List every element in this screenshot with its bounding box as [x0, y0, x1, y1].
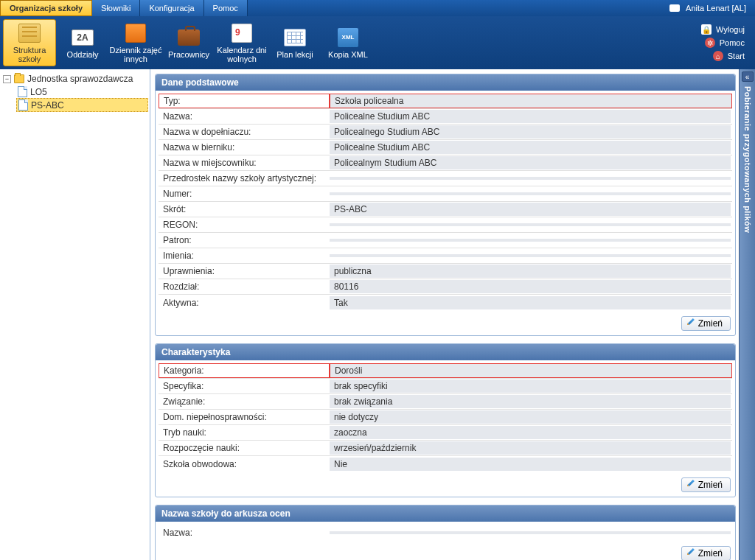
tree-node-lo5[interactable]: LO5: [16, 85, 148, 98]
tool-employees[interactable]: Pracownicy: [162, 19, 215, 66]
expand-handle-icon[interactable]: «: [742, 71, 754, 82]
menu-tab-help[interactable]: Pomoc: [204, 0, 248, 16]
tool-timetable[interactable]: Plan lekcji: [268, 19, 321, 66]
tool-calendar[interactable]: Kalendarz dni wolnych: [215, 19, 268, 66]
pencil-icon: [684, 547, 697, 560]
pencil-icon: [684, 318, 697, 330]
class-badge-icon: 2A: [70, 27, 95, 49]
calendar-icon: [229, 22, 254, 44]
folder-icon: [14, 74, 24, 83]
menu-tab-dictionaries[interactable]: Słowniki: [92, 0, 140, 16]
panel-char-header: Charakterystyka: [156, 344, 735, 360]
pencil-icon: [684, 479, 697, 491]
journal-icon: [123, 22, 148, 44]
edit-basic-button[interactable]: Zmień: [681, 316, 731, 331]
tree-panel: − Jednostka sprawozdawcza LO5 PS-ABC: [0, 69, 150, 560]
timetable-icon: [282, 27, 307, 49]
link-logout[interactable]: 🔒Wyloguj: [701, 24, 745, 35]
lifebuoy-icon: ✲: [705, 38, 715, 48]
tree-node-psabc[interactable]: PS-ABC: [16, 98, 148, 112]
tool-journal[interactable]: Dziennik zajęć innych: [109, 19, 162, 66]
panel-characteristics: Charakterystyka Kategoria:Dorośli Specyf…: [155, 343, 736, 497]
panel-basic-data: Dane podstawowe Typ:Szkoła policealna Na…: [155, 74, 736, 336]
tool-xml-copy[interactable]: XML Kopia XML: [321, 19, 375, 66]
menu-bar: Organizacja szkoły Słowniki Konfiguracja…: [0, 0, 755, 16]
side-panel-downloads[interactable]: « Pobieranie przygotowanych plików: [739, 69, 755, 560]
menu-tab-organization[interactable]: Organizacja szkoły: [0, 0, 92, 16]
building-icon: [17, 22, 42, 44]
user-name-label: Anita Lenart [AL]: [686, 4, 746, 13]
side-panel-label: Pobieranie przygotowanych plików: [743, 86, 752, 233]
row-type: Typ:Szkoła policealna: [159, 94, 732, 109]
link-start[interactable]: ⌂Start: [701, 51, 745, 61]
toolbar: Struktura szkoły 2A Oddziały Dziennik za…: [0, 16, 755, 69]
tree-root-label: Jednostka sprawozdawcza: [27, 74, 133, 84]
panel-sheet-name: Nazwa szkoły do arkusza ocen Nazwa: Zmie…: [155, 505, 736, 560]
edit-char-button[interactable]: Zmień: [681, 477, 731, 492]
document-icon: [18, 99, 28, 111]
lock-icon: 🔒: [701, 24, 711, 35]
tool-divisions[interactable]: 2A Oddziały: [56, 19, 109, 66]
tool-structure[interactable]: Struktura szkoły: [3, 19, 56, 66]
tree-root[interactable]: − Jednostka sprawozdawcza: [1, 72, 148, 85]
chat-icon[interactable]: [669, 4, 680, 12]
briefcase-icon: [176, 27, 201, 49]
panel-sheet-header: Nazwa szkoły do arkusza ocen: [156, 505, 735, 522]
xml-icon: XML: [335, 27, 361, 49]
collapse-icon[interactable]: −: [3, 75, 11, 83]
edit-sheet-button[interactable]: Zmień: [681, 546, 731, 560]
row-name: Nazwa:Policealne Studium ABC: [159, 109, 732, 125]
home-icon: ⌂: [713, 51, 723, 61]
link-help[interactable]: ✲Pomoc: [701, 38, 745, 48]
document-icon: [18, 86, 27, 97]
menu-tab-configuration[interactable]: Konfiguracja: [140, 0, 203, 16]
panel-basic-header: Dane podstawowe: [156, 74, 735, 91]
content-area: Dane podstawowe Typ:Szkoła policealna Na…: [150, 69, 755, 560]
